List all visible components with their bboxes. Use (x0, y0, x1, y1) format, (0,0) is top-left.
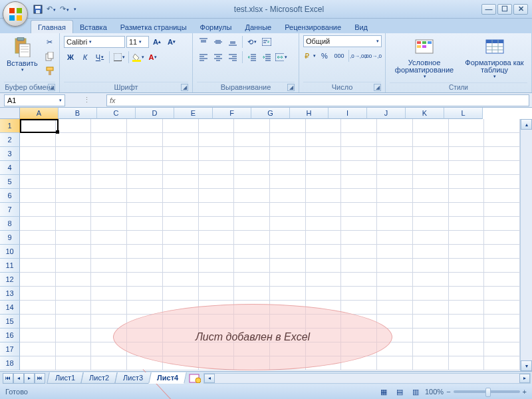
cell[interactable] (449, 273, 485, 287)
cell[interactable] (91, 231, 127, 245)
cell[interactable] (484, 287, 520, 301)
scroll-right-icon[interactable]: ▸ (519, 374, 530, 383)
cell[interactable] (484, 119, 520, 133)
cell[interactable] (199, 175, 235, 189)
align-center-icon[interactable] (211, 51, 225, 64)
copy-icon[interactable] (43, 50, 57, 63)
increase-decimal-icon[interactable]: ,0→,00 (352, 49, 365, 63)
cell[interactable] (127, 203, 163, 217)
cell[interactable] (163, 287, 199, 301)
cell[interactable] (163, 189, 199, 203)
cell[interactable] (270, 273, 306, 287)
align-top-icon[interactable] (197, 35, 210, 49)
cell[interactable] (91, 203, 127, 217)
row-header[interactable]: 9 (0, 231, 20, 245)
cell[interactable] (377, 161, 413, 175)
row-header[interactable]: 7 (0, 203, 20, 217)
cell[interactable] (484, 133, 520, 147)
cell[interactable] (341, 203, 377, 217)
cell[interactable] (91, 147, 127, 161)
cell[interactable] (56, 287, 92, 301)
row-header[interactable]: 12 (0, 273, 20, 287)
cell[interactable] (413, 147, 449, 161)
new-sheet-button[interactable] (188, 373, 202, 384)
cell[interactable] (270, 217, 306, 231)
cell[interactable] (91, 133, 127, 147)
cell[interactable] (413, 329, 449, 342)
tab-review[interactable]: Рецензирование (278, 21, 348, 33)
cell[interactable] (270, 245, 306, 259)
cell[interactable] (199, 287, 235, 301)
row-header[interactable]: 4 (0, 161, 20, 175)
cell[interactable] (484, 301, 520, 315)
cell[interactable] (234, 161, 270, 175)
cell[interactable] (56, 203, 92, 217)
cell[interactable] (163, 217, 199, 231)
cell[interactable] (341, 147, 377, 161)
cell[interactable] (484, 147, 520, 161)
name-box[interactable]: A1▾ (4, 94, 65, 106)
sheet-tab[interactable]: Лист1 (47, 372, 84, 384)
redo-icon[interactable]: ↷▾ (60, 5, 69, 13)
align-left-icon[interactable] (197, 51, 210, 64)
cell[interactable] (449, 356, 485, 370)
tab-formulas[interactable]: Формулы (194, 21, 239, 33)
cell[interactable] (484, 315, 520, 329)
cell[interactable] (234, 147, 270, 161)
format-painter-icon[interactable] (43, 65, 57, 78)
cell[interactable] (56, 175, 92, 189)
cell[interactable] (306, 273, 342, 287)
paste-button[interactable]: Вставить▾ (4, 35, 41, 74)
cell[interactable] (413, 287, 449, 301)
italic-button[interactable]: К (78, 51, 92, 64)
cell[interactable] (20, 273, 56, 287)
increase-indent-icon[interactable] (260, 51, 273, 64)
align-middle-icon[interactable] (211, 35, 225, 49)
cell[interactable] (377, 203, 413, 217)
cell[interactable] (306, 231, 342, 245)
decrease-indent-icon[interactable] (245, 51, 259, 64)
cell[interactable] (91, 301, 127, 315)
cell[interactable] (377, 231, 413, 245)
wrap-text-icon[interactable] (260, 35, 273, 49)
cell[interactable] (127, 259, 163, 273)
cell[interactable] (449, 133, 485, 147)
decrease-decimal-icon[interactable]: ,00→,0 (366, 49, 380, 63)
cell[interactable] (413, 315, 449, 329)
cell[interactable] (270, 203, 306, 217)
cell[interactable] (341, 217, 377, 231)
sheet-tab[interactable]: Лист4 (148, 372, 187, 384)
row-header[interactable]: 11 (0, 259, 20, 273)
sheet-tab[interactable]: Лист2 (80, 372, 118, 384)
cell[interactable] (341, 119, 377, 133)
cell[interactable] (449, 301, 485, 315)
cell[interactable] (199, 273, 235, 287)
comma-style-icon[interactable]: 000 (332, 49, 346, 63)
number-format-combo[interactable]: Общий▾ (303, 35, 382, 47)
scroll-left-icon[interactable]: ◂ (204, 374, 215, 383)
sheet-nav-last-icon[interactable]: ⏭ (35, 373, 45, 384)
cell[interactable] (377, 133, 413, 147)
save-icon[interactable] (33, 5, 43, 14)
row-header[interactable]: 8 (0, 217, 20, 231)
cell[interactable] (20, 189, 56, 203)
cell[interactable] (127, 245, 163, 259)
office-button[interactable] (3, 1, 28, 27)
percent-style-icon[interactable]: % (318, 49, 331, 63)
column-header[interactable]: H (290, 108, 329, 119)
cell[interactable] (449, 287, 485, 301)
cell[interactable] (377, 301, 413, 315)
cell[interactable] (270, 161, 306, 175)
cell[interactable] (306, 287, 342, 301)
cell[interactable] (234, 231, 270, 245)
cell[interactable] (127, 189, 163, 203)
view-page-layout-icon[interactable]: ▤ (393, 385, 406, 398)
cell[interactable] (234, 189, 270, 203)
horizontal-scrollbar[interactable]: ◂ ▸ (203, 373, 531, 384)
cell[interactable] (234, 245, 270, 259)
cell[interactable] (163, 259, 199, 273)
cell[interactable] (413, 356, 449, 370)
cell[interactable] (234, 119, 270, 133)
cell[interactable] (91, 245, 127, 259)
cell[interactable] (234, 133, 270, 147)
